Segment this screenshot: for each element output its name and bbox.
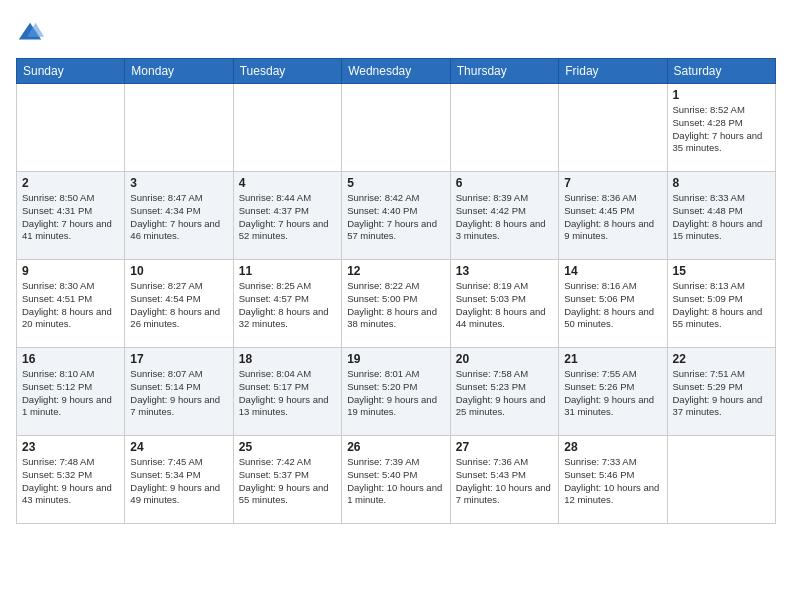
week-row-4: 16Sunrise: 8:10 AM Sunset: 5:12 PM Dayli…: [17, 348, 776, 436]
day-info: Sunrise: 8:44 AM Sunset: 4:37 PM Dayligh…: [239, 192, 336, 243]
day-info: Sunrise: 8:01 AM Sunset: 5:20 PM Dayligh…: [347, 368, 445, 419]
day-number: 13: [456, 264, 553, 278]
day-number: 17: [130, 352, 227, 366]
calendar-cell: 7Sunrise: 8:36 AM Sunset: 4:45 PM Daylig…: [559, 172, 667, 260]
weekday-header-row: SundayMondayTuesdayWednesdayThursdayFrid…: [17, 59, 776, 84]
day-number: 23: [22, 440, 119, 454]
day-number: 12: [347, 264, 445, 278]
day-number: 4: [239, 176, 336, 190]
calendar-cell: 27Sunrise: 7:36 AM Sunset: 5:43 PM Dayli…: [450, 436, 558, 524]
calendar-cell: 22Sunrise: 7:51 AM Sunset: 5:29 PM Dayli…: [667, 348, 776, 436]
logo-icon: [16, 20, 44, 48]
calendar-cell: 21Sunrise: 7:55 AM Sunset: 5:26 PM Dayli…: [559, 348, 667, 436]
day-info: Sunrise: 8:30 AM Sunset: 4:51 PM Dayligh…: [22, 280, 119, 331]
day-number: 14: [564, 264, 661, 278]
day-info: Sunrise: 7:48 AM Sunset: 5:32 PM Dayligh…: [22, 456, 119, 507]
day-info: Sunrise: 8:39 AM Sunset: 4:42 PM Dayligh…: [456, 192, 553, 243]
day-info: Sunrise: 7:51 AM Sunset: 5:29 PM Dayligh…: [673, 368, 771, 419]
day-number: 21: [564, 352, 661, 366]
calendar-cell: 28Sunrise: 7:33 AM Sunset: 5:46 PM Dayli…: [559, 436, 667, 524]
day-info: Sunrise: 7:45 AM Sunset: 5:34 PM Dayligh…: [130, 456, 227, 507]
day-info: Sunrise: 8:27 AM Sunset: 4:54 PM Dayligh…: [130, 280, 227, 331]
calendar-cell: 8Sunrise: 8:33 AM Sunset: 4:48 PM Daylig…: [667, 172, 776, 260]
day-info: Sunrise: 8:36 AM Sunset: 4:45 PM Dayligh…: [564, 192, 661, 243]
weekday-header-wednesday: Wednesday: [342, 59, 451, 84]
calendar-cell: 19Sunrise: 8:01 AM Sunset: 5:20 PM Dayli…: [342, 348, 451, 436]
day-info: Sunrise: 8:22 AM Sunset: 5:00 PM Dayligh…: [347, 280, 445, 331]
calendar-table: SundayMondayTuesdayWednesdayThursdayFrid…: [16, 58, 776, 524]
day-number: 16: [22, 352, 119, 366]
calendar-cell: [450, 84, 558, 172]
day-number: 9: [22, 264, 119, 278]
calendar-cell: 6Sunrise: 8:39 AM Sunset: 4:42 PM Daylig…: [450, 172, 558, 260]
day-number: 8: [673, 176, 771, 190]
calendar-cell: 25Sunrise: 7:42 AM Sunset: 5:37 PM Dayli…: [233, 436, 341, 524]
calendar-cell: 10Sunrise: 8:27 AM Sunset: 4:54 PM Dayli…: [125, 260, 233, 348]
calendar-cell: 20Sunrise: 7:58 AM Sunset: 5:23 PM Dayli…: [450, 348, 558, 436]
calendar-cell: [342, 84, 451, 172]
header: [16, 16, 776, 48]
calendar-cell: [17, 84, 125, 172]
calendar-cell: 9Sunrise: 8:30 AM Sunset: 4:51 PM Daylig…: [17, 260, 125, 348]
day-info: Sunrise: 8:52 AM Sunset: 4:28 PM Dayligh…: [673, 104, 771, 155]
day-number: 26: [347, 440, 445, 454]
day-info: Sunrise: 8:13 AM Sunset: 5:09 PM Dayligh…: [673, 280, 771, 331]
week-row-1: 1Sunrise: 8:52 AM Sunset: 4:28 PM Daylig…: [17, 84, 776, 172]
calendar-cell: 18Sunrise: 8:04 AM Sunset: 5:17 PM Dayli…: [233, 348, 341, 436]
calendar-cell: [233, 84, 341, 172]
calendar-cell: 26Sunrise: 7:39 AM Sunset: 5:40 PM Dayli…: [342, 436, 451, 524]
day-number: 7: [564, 176, 661, 190]
day-number: 27: [456, 440, 553, 454]
day-info: Sunrise: 8:25 AM Sunset: 4:57 PM Dayligh…: [239, 280, 336, 331]
day-number: 28: [564, 440, 661, 454]
day-number: 18: [239, 352, 336, 366]
day-number: 1: [673, 88, 771, 102]
weekday-header-sunday: Sunday: [17, 59, 125, 84]
day-info: Sunrise: 8:47 AM Sunset: 4:34 PM Dayligh…: [130, 192, 227, 243]
day-number: 22: [673, 352, 771, 366]
day-number: 24: [130, 440, 227, 454]
calendar-cell: [667, 436, 776, 524]
weekday-header-saturday: Saturday: [667, 59, 776, 84]
calendar-cell: 2Sunrise: 8:50 AM Sunset: 4:31 PM Daylig…: [17, 172, 125, 260]
week-row-5: 23Sunrise: 7:48 AM Sunset: 5:32 PM Dayli…: [17, 436, 776, 524]
day-info: Sunrise: 7:58 AM Sunset: 5:23 PM Dayligh…: [456, 368, 553, 419]
calendar-cell: 23Sunrise: 7:48 AM Sunset: 5:32 PM Dayli…: [17, 436, 125, 524]
calendar-cell: 5Sunrise: 8:42 AM Sunset: 4:40 PM Daylig…: [342, 172, 451, 260]
calendar-cell: 16Sunrise: 8:10 AM Sunset: 5:12 PM Dayli…: [17, 348, 125, 436]
day-number: 15: [673, 264, 771, 278]
day-info: Sunrise: 8:50 AM Sunset: 4:31 PM Dayligh…: [22, 192, 119, 243]
day-info: Sunrise: 8:04 AM Sunset: 5:17 PM Dayligh…: [239, 368, 336, 419]
calendar-cell: 14Sunrise: 8:16 AM Sunset: 5:06 PM Dayli…: [559, 260, 667, 348]
day-number: 3: [130, 176, 227, 190]
weekday-header-thursday: Thursday: [450, 59, 558, 84]
page: SundayMondayTuesdayWednesdayThursdayFrid…: [0, 0, 792, 534]
weekday-header-monday: Monday: [125, 59, 233, 84]
calendar-cell: 17Sunrise: 8:07 AM Sunset: 5:14 PM Dayli…: [125, 348, 233, 436]
day-info: Sunrise: 8:33 AM Sunset: 4:48 PM Dayligh…: [673, 192, 771, 243]
calendar-cell: 3Sunrise: 8:47 AM Sunset: 4:34 PM Daylig…: [125, 172, 233, 260]
day-info: Sunrise: 8:16 AM Sunset: 5:06 PM Dayligh…: [564, 280, 661, 331]
day-info: Sunrise: 8:10 AM Sunset: 5:12 PM Dayligh…: [22, 368, 119, 419]
calendar-cell: 12Sunrise: 8:22 AM Sunset: 5:00 PM Dayli…: [342, 260, 451, 348]
day-number: 11: [239, 264, 336, 278]
calendar-cell: [559, 84, 667, 172]
calendar-cell: 24Sunrise: 7:45 AM Sunset: 5:34 PM Dayli…: [125, 436, 233, 524]
calendar-cell: 11Sunrise: 8:25 AM Sunset: 4:57 PM Dayli…: [233, 260, 341, 348]
day-number: 10: [130, 264, 227, 278]
week-row-3: 9Sunrise: 8:30 AM Sunset: 4:51 PM Daylig…: [17, 260, 776, 348]
calendar-cell: 13Sunrise: 8:19 AM Sunset: 5:03 PM Dayli…: [450, 260, 558, 348]
day-number: 5: [347, 176, 445, 190]
weekday-header-friday: Friday: [559, 59, 667, 84]
day-info: Sunrise: 7:39 AM Sunset: 5:40 PM Dayligh…: [347, 456, 445, 507]
day-info: Sunrise: 7:42 AM Sunset: 5:37 PM Dayligh…: [239, 456, 336, 507]
calendar-cell: 4Sunrise: 8:44 AM Sunset: 4:37 PM Daylig…: [233, 172, 341, 260]
day-info: Sunrise: 8:07 AM Sunset: 5:14 PM Dayligh…: [130, 368, 227, 419]
day-info: Sunrise: 8:42 AM Sunset: 4:40 PM Dayligh…: [347, 192, 445, 243]
calendar-cell: 15Sunrise: 8:13 AM Sunset: 5:09 PM Dayli…: [667, 260, 776, 348]
calendar-cell: [125, 84, 233, 172]
day-info: Sunrise: 8:19 AM Sunset: 5:03 PM Dayligh…: [456, 280, 553, 331]
calendar-cell: 1Sunrise: 8:52 AM Sunset: 4:28 PM Daylig…: [667, 84, 776, 172]
week-row-2: 2Sunrise: 8:50 AM Sunset: 4:31 PM Daylig…: [17, 172, 776, 260]
day-number: 6: [456, 176, 553, 190]
